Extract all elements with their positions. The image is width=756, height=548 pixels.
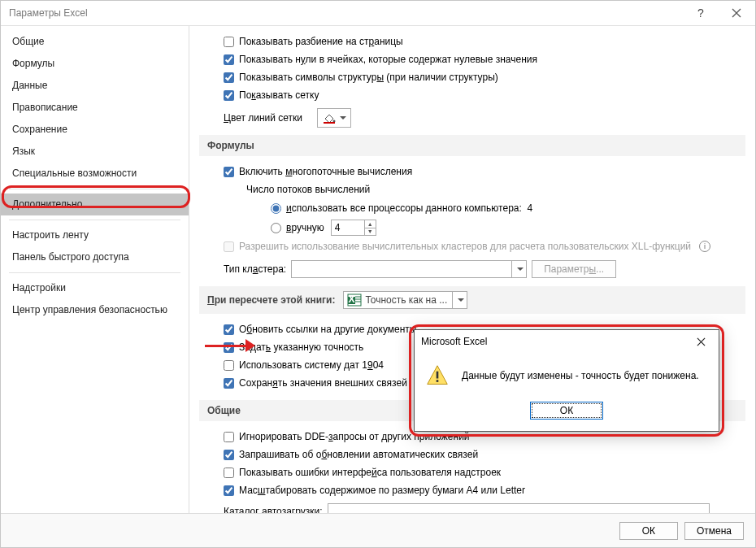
divider: [9, 189, 180, 189]
cluster-type-label: Тип кластера:: [224, 263, 286, 275]
sidebar-item-quick-access[interactable]: Панель быстрого доступа: [1, 246, 189, 268]
cb-ask-update-links[interactable]: Запрашивать об обновлении автоматических…: [224, 449, 478, 460]
cb-1904-date[interactable]: Использовать систему дат 1904: [224, 359, 384, 371]
radio-all-processors[interactable]: использовать все процессоры данного комп…: [271, 202, 532, 214]
sidebar-item-customize-ribbon[interactable]: Настроить ленту: [1, 224, 189, 246]
gridline-color-picker[interactable]: [317, 108, 351, 128]
divider: [9, 220, 180, 220]
sidebar-item-data[interactable]: Данные: [1, 75, 189, 97]
window-title: Параметры Excel: [9, 7, 88, 19]
startup-folder-input[interactable]: [328, 503, 710, 513]
cb-show-zeros[interactable]: Показывать нули в ячейках, которые содер…: [224, 54, 537, 65]
sidebar-item-trust-center[interactable]: Центр управления безопасностью: [1, 299, 189, 321]
help-button[interactable]: ?: [683, 1, 719, 25]
sidebar-item-advanced[interactable]: Дополнительно: [1, 194, 189, 215]
cb-outline-symbols[interactable]: Показывать символы структуры (при наличи…: [224, 72, 498, 83]
svg-rect-9: [437, 372, 439, 379]
info-icon[interactable]: i: [699, 241, 710, 252]
dialog-ok-button[interactable]: ОК: [530, 402, 603, 420]
sidebar-item-accessibility[interactable]: Специальные возможности: [1, 163, 189, 185]
close-button[interactable]: [719, 1, 754, 25]
cb-precision-as-displayed[interactable]: Задать указанную точность: [224, 341, 363, 353]
cluster-params-button: Параметры...: [532, 260, 616, 278]
cb-xll-clusters: Разрешить использование вычислительных к…: [224, 241, 691, 252]
sidebar-item-proofing[interactable]: Правописание: [1, 97, 189, 119]
cb-show-addin-errors[interactable]: Показывать ошибки интерфейса пользовател…: [224, 467, 501, 478]
svg-rect-10: [437, 380, 439, 382]
cb-ignore-dde[interactable]: Игнорировать DDE-запросы от других прило…: [224, 431, 470, 442]
section-recalc: При пересчете этой книги: X Точность как…: [199, 286, 745, 314]
threads-count-label: Число потоков вычислений: [246, 184, 370, 195]
radio-manual-threads[interactable]: вручную: [271, 222, 324, 233]
options-scrollpane[interactable]: Показывать разбиение на страницы Показыв…: [189, 26, 755, 513]
gridline-color-label: Цвет линий сетки: [224, 112, 302, 124]
cb-gridlines[interactable]: Показывать сетку: [224, 89, 319, 101]
sidebar-item-general[interactable]: Общие: [1, 31, 189, 53]
dialog-title: Microsoft Excel: [421, 336, 487, 347]
startup-folder-label: Каталог автозагрузки:: [224, 506, 323, 513]
cluster-type-select[interactable]: [291, 260, 527, 278]
cb-scale-content[interactable]: Масштабировать содержимое по размеру бум…: [224, 485, 525, 496]
ok-button[interactable]: ОК: [619, 522, 678, 540]
recalc-workbook-select[interactable]: X Точность как на ...: [343, 291, 467, 309]
cb-save-external-links[interactable]: Сохранять значения внешних связей: [224, 377, 407, 389]
cb-page-breaks[interactable]: Показывать разбиение на страницы: [224, 36, 403, 47]
message-box: Microsoft Excel Данные будут изменены - …: [414, 329, 719, 432]
warning-icon: [426, 364, 449, 387]
cb-multithread[interactable]: Включить многопоточные вычисления: [224, 166, 412, 177]
section-formulas: Формулы: [199, 135, 745, 156]
divider: [9, 272, 180, 273]
sidebar: Общие Формулы Данные Правописание Сохран…: [1, 26, 189, 513]
sidebar-item-language[interactable]: Язык: [1, 141, 189, 163]
sidebar-item-addins[interactable]: Надстройки: [1, 277, 189, 299]
cb-update-links[interactable]: Обновить ссылки на другие документы: [224, 324, 416, 335]
threads-spinner[interactable]: ▲▼: [331, 220, 376, 236]
svg-rect-1: [324, 122, 335, 124]
cancel-button[interactable]: Отмена: [684, 522, 744, 540]
dialog-message: Данные будут изменены - точность будет п…: [462, 370, 699, 381]
svg-text:X: X: [349, 294, 355, 305]
dialog-close-button[interactable]: [684, 331, 717, 352]
sidebar-item-save[interactable]: Сохранение: [1, 119, 189, 141]
sidebar-item-formulas[interactable]: Формулы: [1, 53, 189, 75]
